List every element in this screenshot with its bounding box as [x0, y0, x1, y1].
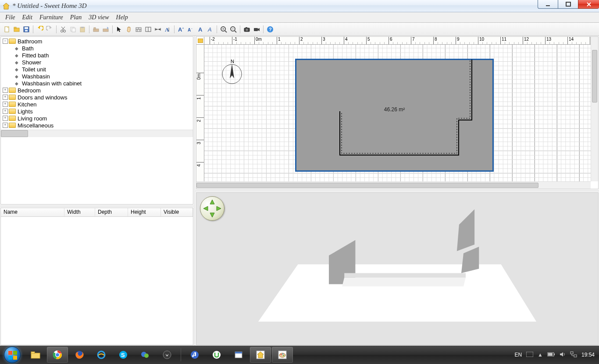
left-horizontal-splitter[interactable]	[0, 205, 194, 207]
create-text-button[interactable]: A	[163, 25, 172, 34]
catalog-item[interactable]: ◆Fitted bath	[2, 52, 192, 59]
catalog-category[interactable]: −Bathroom	[2, 38, 192, 45]
text-italic-button[interactable]: A	[206, 25, 214, 34]
taskbar-chrome[interactable]	[47, 347, 68, 363]
help-button[interactable]: ?	[266, 25, 275, 34]
taskbar-skype[interactable]: S	[113, 347, 134, 363]
furniture-list[interactable]: Name Width Depth Height Visible	[0, 208, 193, 345]
col-height[interactable]: Height	[128, 208, 161, 216]
compass-icon[interactable]: N	[221, 59, 243, 85]
plan-v-scrollbar[interactable]	[591, 37, 598, 181]
volume-icon[interactable]	[560, 351, 566, 359]
taskbar-ie[interactable]	[91, 347, 112, 363]
cut-button[interactable]	[59, 25, 68, 34]
svg-text:A: A	[198, 26, 203, 33]
zoom-in-button[interactable]	[219, 25, 228, 34]
menu-furniture[interactable]: Furniture	[36, 13, 67, 22]
tray-expand-icon[interactable]: ▲	[538, 352, 543, 358]
network-icon[interactable]	[570, 351, 577, 359]
taskbar-paint[interactable]	[272, 347, 293, 363]
menu-edit[interactable]: Edit	[19, 13, 36, 22]
copy-button[interactable]	[68, 25, 77, 34]
catalog-item[interactable]: ◆Washbasin with cabinet	[2, 80, 192, 87]
col-name[interactable]: Name	[1, 208, 64, 216]
col-depth[interactable]: Depth	[95, 208, 128, 216]
add-furniture-button[interactable]	[92, 25, 100, 34]
import-furniture-button[interactable]	[101, 25, 110, 34]
ruler-horizontal[interactable]: -2-10m123456789101112131415	[204, 37, 591, 45]
menu-3d-view[interactable]: 3D view	[85, 13, 112, 22]
expand-icon[interactable]: +	[3, 88, 8, 93]
text-decrease-button[interactable]: A-	[186, 25, 195, 34]
open-file-button[interactable]	[12, 25, 21, 34]
taskbar-sweethome3d[interactable]	[250, 347, 271, 363]
create-walls-button[interactable]	[134, 25, 143, 34]
menu-help[interactable]: Help	[113, 13, 132, 22]
expand-icon[interactable]: +	[3, 123, 8, 128]
plan-grid[interactable]: N 46.26 m²	[204, 45, 591, 181]
3d-navigation-control[interactable]	[200, 196, 225, 221]
redo-button[interactable]	[45, 25, 54, 34]
catalog-h-scrollbar[interactable]	[1, 130, 193, 137]
catalog-category[interactable]: +Bedroom	[2, 87, 192, 94]
expand-icon[interactable]: +	[3, 95, 8, 100]
room-shape[interactable]: 46.26 m²	[295, 59, 494, 172]
create-dimensions-button[interactable]	[153, 25, 162, 34]
right-horizontal-splitter[interactable]	[196, 190, 599, 192]
furniture-catalog[interactable]: −Bathroom◆Bath◆Fitted bath◆Shower◆Toilet…	[0, 36, 193, 205]
catalog-category[interactable]: +Doors and windows	[2, 94, 192, 101]
create-rooms-button[interactable]	[144, 25, 153, 34]
catalog-item[interactable]: ◆Shower	[2, 59, 192, 66]
minimize-button[interactable]	[538, 0, 558, 9]
create-video-button[interactable]	[252, 25, 261, 34]
pan-tool-button[interactable]	[125, 25, 133, 34]
undo-button[interactable]	[36, 25, 44, 34]
select-tool-button[interactable]	[115, 25, 124, 34]
collapse-icon[interactable]: −	[3, 39, 8, 44]
catalog-item[interactable]: ◆Bath	[2, 45, 192, 52]
clock[interactable]: 19:54	[581, 352, 595, 358]
expand-icon[interactable]: +	[3, 109, 8, 114]
menu-plan[interactable]: Plan	[67, 13, 85, 22]
expand-icon[interactable]: +	[3, 102, 8, 107]
text-bold-button[interactable]: A	[196, 25, 205, 34]
start-button[interactable]	[0, 346, 25, 364]
col-visible[interactable]: Visible	[161, 208, 193, 216]
language-indicator[interactable]: EN	[514, 352, 522, 358]
taskbar-firefox[interactable]	[69, 347, 90, 363]
ruler-corner[interactable]	[196, 37, 204, 45]
taskbar-music[interactable]	[184, 347, 205, 363]
expand-icon[interactable]: +	[3, 116, 8, 121]
save-file-button[interactable]	[22, 25, 31, 34]
svg-rect-19	[72, 28, 75, 32]
catalog-category[interactable]: +Living room	[2, 115, 192, 122]
maximize-button[interactable]	[558, 0, 578, 9]
catalog-category[interactable]: +Lights	[2, 108, 192, 115]
taskbar-messenger[interactable]	[135, 347, 156, 363]
menu-file[interactable]: File	[2, 13, 19, 22]
plan-h-scrollbar[interactable]	[196, 181, 591, 189]
taskbar-file-explorer[interactable]	[25, 347, 46, 363]
zoom-out-button[interactable]	[229, 25, 238, 34]
3d-scene	[196, 193, 598, 345]
taskbar-downloads[interactable]	[157, 347, 178, 363]
catalog-item[interactable]: ◆Toilet unit	[2, 66, 192, 73]
new-file-button[interactable]	[3, 25, 11, 34]
ruler-vertical[interactable]: 0m12345	[196, 45, 204, 181]
taskbar-utorrent[interactable]	[206, 347, 227, 363]
plan-view[interactable]: -2-10m123456789101112131415 0m12345 N	[196, 36, 599, 189]
create-photo-button[interactable]	[242, 25, 251, 34]
keyboard-icon[interactable]	[526, 352, 533, 358]
catalog-category[interactable]: +Kitchen	[2, 101, 192, 108]
taskbar-calendar[interactable]	[228, 347, 249, 363]
paste-button[interactable]	[78, 25, 87, 34]
svg-rect-108	[574, 355, 577, 357]
close-button[interactable]	[578, 0, 599, 9]
item-label: Shower	[22, 59, 41, 66]
text-increase-button[interactable]: A+	[177, 25, 185, 34]
3d-view[interactable]	[196, 192, 599, 345]
catalog-item[interactable]: ◆Washbasin	[2, 73, 192, 80]
catalog-category[interactable]: +Miscellaneous	[2, 122, 192, 129]
col-width[interactable]: Width	[64, 208, 95, 216]
battery-icon[interactable]	[547, 352, 555, 358]
